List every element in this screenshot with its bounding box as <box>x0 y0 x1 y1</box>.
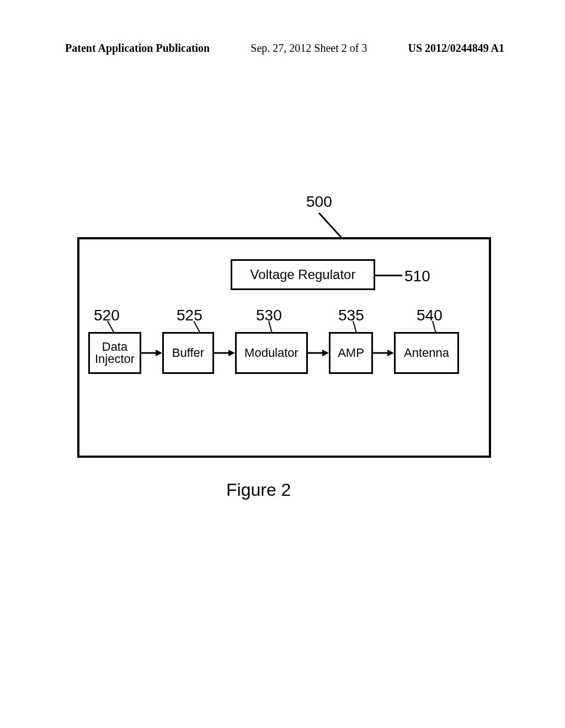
ref-500: 500 <box>306 193 332 211</box>
arrow-3 <box>308 352 329 354</box>
voltage-regulator-block: Voltage Regulator <box>231 259 375 290</box>
page-header: Patent Application Publication Sep. 27, … <box>0 42 565 55</box>
svg-marker-11 <box>322 350 329 356</box>
data-injector-label-l1: Data <box>102 341 127 353</box>
buffer-label: Buffer <box>172 346 204 360</box>
voltage-regulator-label: Voltage Regulator <box>250 267 356 282</box>
svg-line-1 <box>108 321 114 333</box>
svg-line-4 <box>353 321 356 333</box>
svg-marker-7 <box>156 350 162 356</box>
arrow-4 <box>373 352 394 354</box>
svg-line-2 <box>194 321 200 333</box>
doc-type: Patent Application Publication <box>65 42 210 55</box>
svg-marker-9 <box>228 350 235 356</box>
buffer-block: Buffer <box>162 332 214 374</box>
svg-marker-13 <box>387 350 394 356</box>
leader-500 <box>315 213 348 240</box>
data-injector-block: Data Injector <box>88 332 141 374</box>
date-sheet: Sep. 27, 2012 Sheet 2 of 3 <box>250 42 367 55</box>
svg-line-3 <box>269 321 272 333</box>
modulator-block: Modulator <box>235 332 308 374</box>
figure-caption: Figure 2 <box>226 480 291 500</box>
antenna-label: Antenna <box>404 346 449 360</box>
pub-number: US 2012/0244849 A1 <box>408 42 504 55</box>
arrow-1 <box>141 352 162 354</box>
antenna-block: Antenna <box>394 332 459 374</box>
leader-510 <box>375 275 402 276</box>
svg-line-5 <box>433 321 436 333</box>
arrow-2 <box>214 352 235 354</box>
modulator-label: Modulator <box>244 346 299 360</box>
ref-510: 510 <box>404 267 430 285</box>
signal-chain: Data Injector Buffer Modulator AMP Anten… <box>88 332 459 374</box>
amp-block: AMP <box>329 332 373 374</box>
amp-label: AMP <box>338 346 364 360</box>
svg-line-0 <box>319 213 341 237</box>
data-injector-label-l2: Injector <box>95 353 135 365</box>
